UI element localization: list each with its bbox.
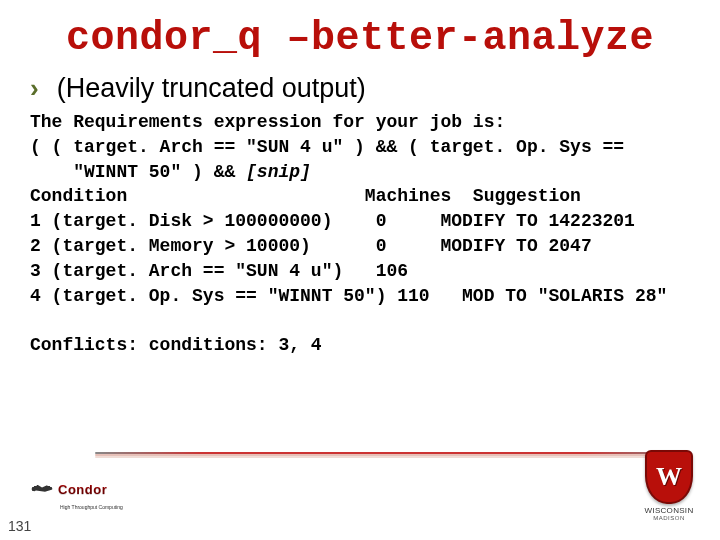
code-line: 3 (target. Arch == "SUN 4 u") 106	[30, 261, 408, 281]
divider	[95, 452, 690, 454]
condor-logo: Condor High Throughput Computing	[24, 474, 144, 504]
snip: [snip]	[246, 162, 311, 182]
code-line: 1 (target. Disk > 100000000) 0 MODIFY TO…	[30, 211, 635, 231]
wisconsin-logo: W WISCONSIN MADISON	[640, 450, 698, 522]
bullet-row: › (Heavily truncated output)	[0, 73, 720, 104]
condor-tagline: High Throughput Computing	[60, 504, 123, 510]
wisconsin-crest-icon: W	[645, 450, 693, 504]
crest-letter: W	[656, 464, 682, 490]
condor-bird-icon	[24, 478, 56, 500]
code-line: 4 (target. Op. Sys == "WINNT 50") 110 MO…	[30, 286, 667, 306]
code-line: ( ( target. Arch == "SUN 4 u" ) && ( tar…	[30, 137, 624, 157]
bullet-text: (Heavily truncated output)	[57, 73, 366, 104]
code-line: 2 (target. Memory > 10000) 0 MODIFY TO 2…	[30, 236, 592, 256]
condor-wordmark: Condor	[58, 482, 107, 497]
bullet-marker: ›	[30, 75, 39, 101]
code-line: "WINNT 50" ) &&	[30, 162, 246, 182]
crest-sublabel: MADISON	[653, 515, 685, 521]
page-number: 131	[8, 518, 31, 534]
slide: condor_q –better-analyze › (Heavily trun…	[0, 0, 720, 540]
code-header-row: Condition Machines Suggestion	[30, 186, 581, 206]
code-line: The Requirements expression for your job…	[30, 112, 505, 132]
code-output: The Requirements expression for your job…	[0, 110, 720, 358]
crest-label: WISCONSIN	[645, 506, 694, 515]
slide-title: condor_q –better-analyze	[0, 0, 720, 67]
code-line: Conflicts: conditions: 3, 4	[30, 335, 322, 355]
